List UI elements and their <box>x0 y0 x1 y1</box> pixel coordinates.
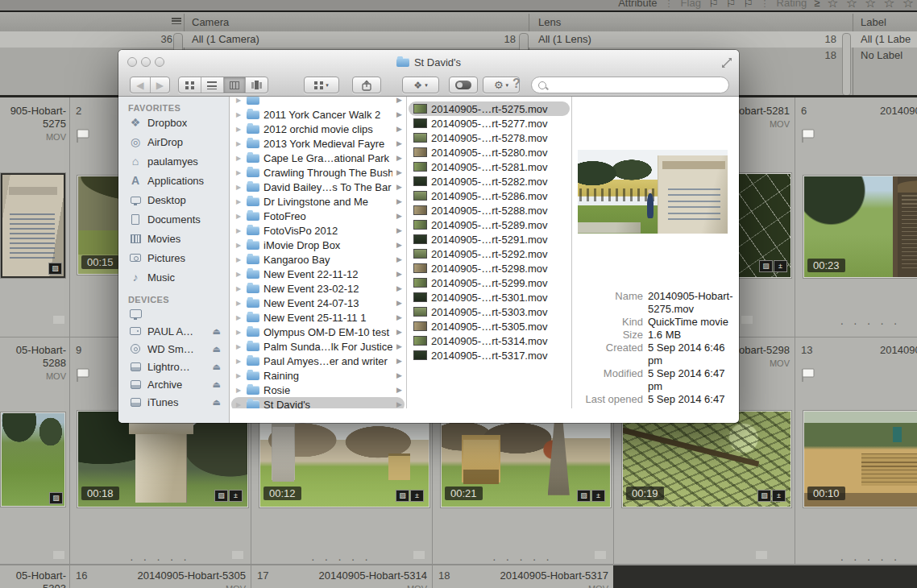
flag-icon[interactable] <box>74 127 92 145</box>
sidebar-item-documents[interactable]: Documents <box>118 209 229 229</box>
disclosure-triangle-icon[interactable]: ▶ <box>236 271 243 278</box>
disclosure-triangle-icon[interactable]: ▶ <box>236 358 243 365</box>
rotate-handle[interactable] <box>595 551 606 559</box>
video-thumbnail[interactable]: ▨ <box>1 173 65 278</box>
flag-unflagged-icon[interactable]: ⚐ <box>725 0 736 10</box>
sidebar-item-lightroom-drive[interactable]: Lightro…⏏ <box>118 358 229 375</box>
sidebar-item-paul-a[interactable]: PAUL A…⏏ <box>118 322 229 340</box>
disclosure-triangle-icon[interactable]: ▶ <box>236 285 243 292</box>
help-button[interactable]: ? <box>512 77 521 91</box>
folder-row[interactable]: ▶Palm Sunda…lk For Justice▶ <box>231 339 405 354</box>
eject-icon[interactable]: ⏏ <box>213 362 221 372</box>
video-thumbnail[interactable]: 00:23 <box>803 176 917 278</box>
rating-operator[interactable]: ≥ <box>814 0 819 10</box>
folder-row[interactable]: ▶Cape Le Gra…ational Park▶ <box>231 151 405 165</box>
dropbox-button[interactable]: ❖ ▾ <box>402 77 439 93</box>
list-view-button[interactable] <box>201 77 223 93</box>
scrollbar-thumb[interactable] <box>842 33 851 96</box>
video-thumbnail[interactable]: 00:10 <box>803 411 917 507</box>
file-row[interactable]: 20140905-…rt-5289.mov <box>409 217 570 232</box>
disclosure-triangle-icon[interactable]: ▶ <box>236 97 243 104</box>
disclosure-triangle-icon[interactable]: ▶ <box>236 140 243 147</box>
disclosure-triangle-icon[interactable]: ▶ <box>236 111 243 118</box>
folder-row[interactable]: ▶New Event 22-11-12▶ <box>231 267 405 281</box>
eject-icon[interactable]: ⏏ <box>213 379 221 390</box>
finder-window[interactable]: St David's ◀ ▶ <box>118 50 739 423</box>
folder-row[interactable]: ▶Crawling Through The Bush▶ <box>231 165 405 180</box>
file-row[interactable]: 20140905-…rt-5291.mov <box>409 232 570 246</box>
folder-row[interactable]: ▶2013 York Medieval Fayre▶ <box>231 136 405 151</box>
flag-icon[interactable] <box>74 366 92 384</box>
folder-row[interactable]: ▶FotoFreo▶ <box>231 209 405 223</box>
flag-pick-icon[interactable]: ⚐ <box>708 0 719 10</box>
disclosure-triangle-icon[interactable]: ▶ <box>236 213 243 220</box>
disclosure-triangle-icon[interactable]: ▶ <box>236 401 243 408</box>
label-none-row[interactable]: No Label <box>861 48 902 64</box>
disclosure-triangle-icon[interactable]: ▶ <box>236 343 243 350</box>
video-thumbnail[interactable]: 00:21 ▨ ± <box>441 411 611 507</box>
sidebar-item-pictures[interactable]: Pictures <box>118 248 229 267</box>
eject-icon[interactable]: ⏏ <box>213 397 221 408</box>
file-row[interactable]: 20140905-…rt-5286.mov <box>409 188 570 203</box>
sidebar-item-applications[interactable]: AApplications <box>118 171 229 190</box>
fullscreen-icon[interactable] <box>721 57 732 68</box>
disclosure-triangle-icon[interactable]: ▶ <box>236 184 243 191</box>
disclosure-triangle-icon[interactable]: ▶ <box>236 155 243 162</box>
flag-reject-icon[interactable]: ⚐ <box>743 0 753 10</box>
rotate-handle[interactable] <box>53 316 64 324</box>
folder-row[interactable]: ▶Olympus OM-D EM-10 test▶ <box>231 325 405 339</box>
video-thumbnail[interactable]: 00:12 ▨ ± <box>259 411 429 507</box>
flag-icon[interactable] <box>799 127 817 145</box>
rotate-handle[interactable] <box>741 316 753 324</box>
folder-row[interactable]: ▶New Event 25-11-11 1▶ <box>231 310 405 325</box>
lens-all-row[interactable]: All (1 Lens) <box>538 31 591 48</box>
camera-column-header[interactable]: Camera <box>192 14 229 31</box>
icon-view-button[interactable] <box>179 77 201 93</box>
file-row[interactable]: 20140905-…rt-5298.mov <box>409 261 570 275</box>
star-icon[interactable]: ☆ <box>846 0 857 10</box>
search-input[interactable] <box>546 77 728 93</box>
disclosure-triangle-icon[interactable]: ▶ <box>236 387 243 394</box>
flag-icon[interactable] <box>799 366 817 384</box>
file-row[interactable]: 20140905-…rt-5288.mov <box>409 203 570 217</box>
video-thumbnail[interactable]: 00:18 ▨ ± <box>77 411 248 507</box>
file-row[interactable]: 20140905-…rt-5303.mov <box>409 304 570 319</box>
file-row[interactable]: 20140905-…rt-5278.mov <box>409 130 570 145</box>
sidebar-item-wd-smartware[interactable]: WD Sm…⏏ <box>118 340 229 358</box>
column-menu-icon[interactable] <box>172 18 181 25</box>
folder-row[interactable]: ▶David Bailey…s To The Bar▶ <box>231 180 405 194</box>
disclosure-triangle-icon[interactable]: ▶ <box>236 169 243 176</box>
disclosure-triangle-icon[interactable]: ▶ <box>236 198 243 205</box>
folder-row[interactable]: ▶iMovie Drop Box▶ <box>231 238 405 252</box>
column-view-button[interactable] <box>223 77 246 93</box>
file-row[interactable]: 20140905-…rt-5282.mov <box>409 174 570 188</box>
folder-row[interactable]: ▶Kangaroo Bay▶ <box>231 252 405 267</box>
rating-dots[interactable]: · · · · · <box>838 317 902 329</box>
rotate-handle[interactable] <box>232 551 243 559</box>
disclosure-triangle-icon[interactable]: ▶ <box>236 314 243 321</box>
disclosure-triangle-icon[interactable]: ▶ <box>236 227 243 234</box>
folder-row[interactable]: ▶Rosie▶ <box>231 383 405 397</box>
file-row-selected[interactable]: 20140905-…rt-5275.mov <box>409 101 570 116</box>
folder-row[interactable]: ▶Dr Livingstone and Me▶ <box>231 194 405 209</box>
folder-row[interactable]: ▶Raining▶ <box>231 368 405 383</box>
rotate-handle[interactable] <box>756 551 767 559</box>
star-icon[interactable]: ☆ <box>883 0 894 10</box>
folder-row-selected[interactable]: ▶St David's▶ <box>231 397 405 408</box>
folder-row[interactable]: ▶New Event 23-02-12▶ <box>231 281 405 296</box>
sidebar-item-home[interactable]: ⌂paulamyes <box>118 151 229 171</box>
disclosure-triangle-icon[interactable]: ▶ <box>236 329 243 336</box>
search-field[interactable] <box>531 77 729 93</box>
sidebar-item-archive[interactable]: Archive⏏ <box>118 375 229 393</box>
disclosure-triangle-icon[interactable]: ▶ <box>236 256 243 263</box>
rotate-handle[interactable] <box>53 551 64 559</box>
file-row[interactable]: 20140905-…rt-5299.mov <box>409 275 570 290</box>
label-all-row[interactable]: All (1 Labe <box>861 31 911 48</box>
star-icon[interactable]: ☆ <box>902 0 914 10</box>
arrange-button[interactable]: ▾ <box>304 77 339 93</box>
attribute-filter-label[interactable]: Attribute <box>618 0 657 10</box>
share-button[interactable] <box>352 77 381 93</box>
folder-row[interactable]: ▶2012 orchid movie clips▶ <box>231 122 405 136</box>
file-row[interactable]: 20140905-…rt-5317.mov <box>409 348 570 362</box>
file-row[interactable]: 20140905-…rt-5277.mov <box>409 116 570 130</box>
